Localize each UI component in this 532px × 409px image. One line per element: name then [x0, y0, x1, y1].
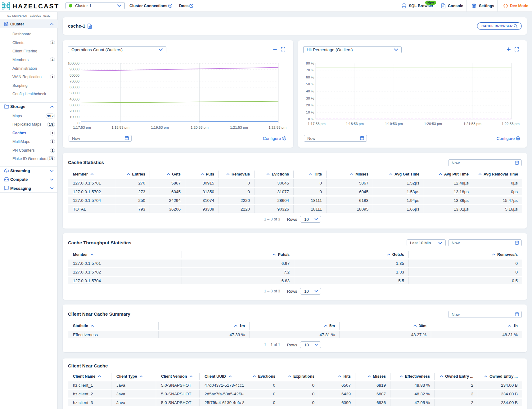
- svg-text:0 %: 0 %: [308, 117, 314, 121]
- svg-text:50 %: 50 %: [306, 82, 314, 86]
- svg-text:1:19:53 pm: 1:19:53 pm: [151, 126, 169, 129]
- svg-text:80000: 80000: [70, 73, 79, 77]
- svg-text:50000: 50000: [70, 91, 79, 95]
- svg-text:1:21:53 pm: 1:21:53 pm: [463, 122, 481, 126]
- svg-text:0: 0: [78, 121, 79, 125]
- svg-text:60000: 60000: [70, 85, 79, 89]
- svg-text:10000: 10000: [70, 115, 79, 119]
- svg-text:1:18:53 pm: 1:18:53 pm: [111, 126, 129, 129]
- svg-text:1:17:53 pm: 1:17:53 pm: [308, 122, 326, 126]
- svg-text:70000: 70000: [70, 79, 79, 83]
- svg-text:100000: 100000: [68, 61, 79, 65]
- svg-text:10 %: 10 %: [306, 110, 314, 114]
- svg-text:40 %: 40 %: [306, 89, 314, 93]
- svg-text:1:21:53 pm: 1:21:53 pm: [230, 126, 248, 129]
- svg-text:1:20:53 pm: 1:20:53 pm: [191, 126, 209, 129]
- svg-text:90000: 90000: [70, 67, 79, 71]
- svg-text:30000: 30000: [70, 103, 79, 107]
- svg-text:1:18:53 pm: 1:18:53 pm: [346, 122, 364, 126]
- svg-text:1:22:53 pm: 1:22:53 pm: [268, 126, 286, 129]
- svg-text:70 %: 70 %: [306, 68, 314, 72]
- svg-text:60 %: 60 %: [306, 75, 314, 79]
- svg-text:40000: 40000: [70, 97, 79, 101]
- svg-text:1:19:53 pm: 1:19:53 pm: [385, 122, 403, 126]
- svg-text:1:22:53 pm: 1:22:53 pm: [502, 122, 520, 126]
- svg-text:1:17:53 pm: 1:17:53 pm: [73, 126, 91, 129]
- svg-text:30 %: 30 %: [306, 96, 314, 100]
- svg-text:80 %: 80 %: [306, 61, 314, 65]
- svg-text:1:20:53 pm: 1:20:53 pm: [424, 122, 442, 126]
- svg-text:20000: 20000: [70, 109, 79, 113]
- svg-text:20 %: 20 %: [306, 103, 314, 107]
